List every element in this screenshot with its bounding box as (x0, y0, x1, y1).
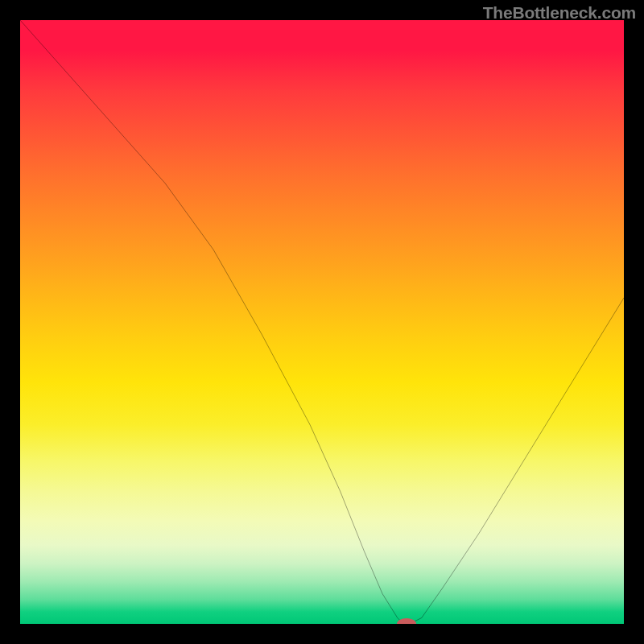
plot-area (20, 20, 624, 624)
chart-frame: TheBottleneck.com (0, 0, 644, 644)
watermark-text: TheBottleneck.com (483, 3, 636, 23)
optimum-marker (397, 618, 416, 624)
curve-layer (20, 20, 624, 624)
bottleneck-curve (20, 20, 624, 624)
